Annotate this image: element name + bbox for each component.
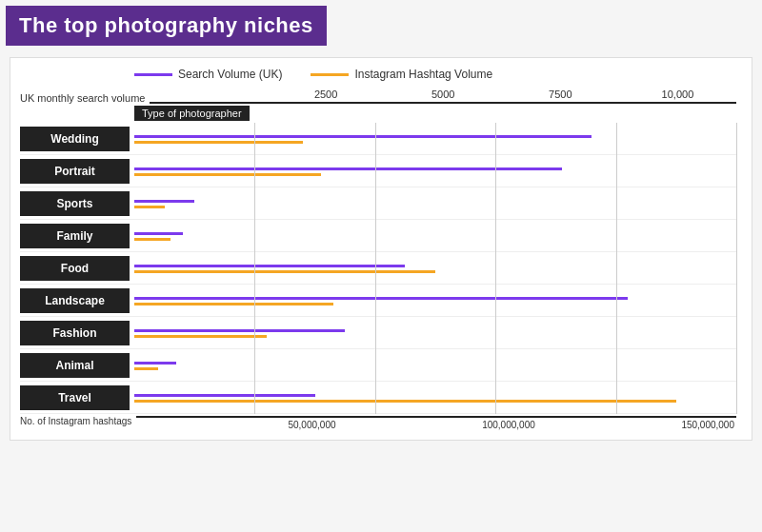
- table-row: Food: [20, 252, 736, 285]
- legend-line-purple: [134, 73, 172, 76]
- top-tick-2: 5000: [385, 89, 502, 100]
- bar-label-landscape: Landscape: [20, 288, 130, 313]
- bottom-tick-1: 50,000,000: [136, 420, 335, 430]
- bottom-tick-3: 150,000,000: [535, 420, 736, 430]
- bar-purple-wedding: [134, 135, 592, 138]
- bar-purple-food: [134, 265, 405, 267]
- table-row: Fashion: [20, 317, 736, 349]
- table-row: Sports: [20, 187, 736, 220]
- bar-purple-fashion: [134, 329, 345, 332]
- bar-purple-portrait: [134, 167, 562, 170]
- top-tick-1: 2500: [268, 89, 385, 100]
- uk-monthly-label: UK monthly search volume: [20, 92, 150, 104]
- bar-orange-landscape: [134, 303, 333, 305]
- table-row: Wedding: [20, 123, 736, 155]
- bar-label-food: Food: [20, 256, 130, 281]
- page-title: The top photography niches: [19, 13, 313, 38]
- bar-area-wedding: [134, 123, 736, 154]
- bar-label-fashion: Fashion: [20, 321, 130, 345]
- type-label-row: Type of photographer: [20, 106, 736, 121]
- top-tick-3: 7500: [502, 89, 619, 100]
- bar-purple-landscape: [134, 297, 628, 300]
- type-label: Type of photographer: [134, 106, 250, 121]
- bar-orange-food: [134, 270, 435, 273]
- bar-orange-sports: [134, 206, 165, 208]
- table-row: Landscape: [20, 285, 736, 317]
- bar-purple-sports: [134, 200, 194, 203]
- grid-line-5: [736, 123, 737, 414]
- bar-orange-travel: [134, 400, 676, 403]
- top-tick-4: 10,000: [619, 89, 736, 100]
- bar-area-animal: [134, 349, 736, 381]
- bar-label-wedding: Wedding: [20, 127, 130, 151]
- legend-hashtag-label: Instagram Hashtag Volume: [354, 68, 492, 81]
- top-tick-0: [150, 89, 267, 100]
- bar-label-sports: Sports: [20, 191, 130, 216]
- bar-purple-travel: [134, 394, 315, 397]
- bar-orange-wedding: [134, 141, 303, 144]
- bar-purple-family: [134, 232, 183, 235]
- bar-label-portrait: Portrait: [20, 159, 130, 184]
- table-row: Portrait: [20, 155, 736, 187]
- bottom-axis-ticks: 50,000,000 100,000,000 150,000,000: [136, 416, 736, 430]
- bar-orange-family: [134, 238, 170, 241]
- bottom-tick-2: 100,000,000: [336, 420, 535, 430]
- bottom-axis-row: No. of Instagram hashtags 50,000,000 100…: [20, 416, 736, 430]
- legend-line-orange: [311, 73, 349, 76]
- bar-area-family: [134, 220, 736, 251]
- bars-container: WeddingPortraitSportsFamilyFoodLandscape…: [20, 123, 736, 414]
- bar-label-animal: Animal: [20, 353, 130, 378]
- top-axis-labels: 2500 5000 7500 10,000: [150, 89, 736, 104]
- table-row: Travel: [20, 382, 736, 414]
- bar-area-portrait: [134, 155, 736, 187]
- legend-hashtag: Instagram Hashtag Volume: [311, 68, 492, 81]
- table-row: Animal: [20, 349, 736, 382]
- bar-area-sports: [134, 187, 736, 219]
- bar-orange-animal: [134, 367, 158, 370]
- title-section: The top photography niches: [0, 0, 762, 51]
- bottom-axis-label-left: No. of Instagram hashtags: [20, 416, 131, 426]
- bar-area-travel: [134, 382, 736, 413]
- top-axis-row: UK monthly search volume 2500 5000 7500 …: [20, 89, 736, 104]
- chart-container: Search Volume (UK) Instagram Hashtag Vol…: [10, 57, 752, 441]
- bar-purple-animal: [134, 362, 176, 365]
- bar-orange-portrait: [134, 173, 321, 176]
- table-row: Family: [20, 220, 736, 252]
- legend: Search Volume (UK) Instagram Hashtag Vol…: [20, 68, 736, 81]
- bar-area-food: [134, 252, 736, 284]
- bar-area-landscape: [134, 285, 736, 316]
- bar-orange-fashion: [134, 335, 267, 338]
- legend-search-volume: Search Volume (UK): [134, 68, 282, 81]
- bar-area-fashion: [134, 317, 736, 348]
- legend-search-label: Search Volume (UK): [178, 68, 282, 81]
- bar-label-travel: Travel: [20, 385, 130, 410]
- bar-label-family: Family: [20, 224, 130, 248]
